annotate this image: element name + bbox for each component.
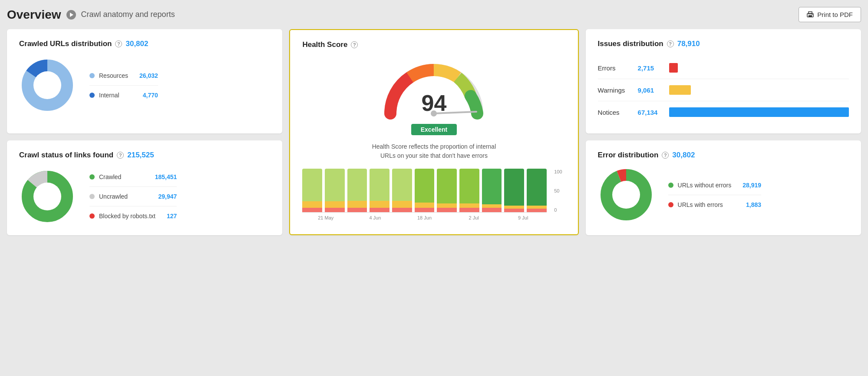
health-score-help-icon[interactable]: ?	[351, 41, 358, 48]
error-dist-legend: URLs without errors 28,919 URLs with err…	[668, 182, 762, 208]
legend-crawled: Crawled 185,451	[89, 173, 177, 180]
with-errors-dot	[668, 202, 673, 207]
bar-label-jul9: 9 Jul	[500, 215, 547, 220]
bar-col-9	[482, 169, 502, 212]
y-tick-0: 0	[554, 207, 562, 213]
legend-uncrawled: Uncrawled 29,947	[89, 193, 177, 200]
bar-col-4	[370, 169, 389, 212]
crawl-status-count: 215,525	[127, 151, 154, 160]
bar-col-3	[347, 169, 367, 212]
bar-col-7	[437, 169, 457, 212]
crawl-status-help-icon[interactable]: ?	[117, 152, 124, 159]
uncrawled-label: Uncrawled	[99, 193, 147, 200]
crawl-status-card: Crawl status of links found ? 215,525	[7, 140, 282, 235]
crawl-status-donut-section: Crawled 185,451 Uncrawled 29,947 Blocked…	[19, 168, 270, 225]
warnings-value: 9,061	[638, 87, 664, 94]
blocked-value: 127	[167, 213, 177, 220]
errors-label: Errors	[598, 64, 633, 72]
errors-bar	[669, 63, 678, 73]
crawled-label: Crawled	[99, 173, 144, 180]
warnings-bar-wrap	[669, 85, 849, 95]
errors-bar-wrap	[669, 63, 849, 73]
legend-divider-4	[668, 195, 762, 195]
print-button[interactable]: Print to PDF	[799, 7, 861, 22]
bar-label-may21: 21 May	[302, 215, 349, 220]
bar-label-jun4: 4 Jun	[352, 215, 399, 220]
warnings-bar	[669, 85, 691, 95]
crawled-urls-count: 30,802	[125, 40, 148, 48]
header-left: Overview Crawl anatomy and reports	[7, 8, 175, 22]
issues-count: 78,910	[677, 40, 700, 48]
bar-chart-container: 100 50 0 21 May 4 Jun 18 Jun 2 Jul 9 Jul	[302, 169, 565, 220]
blocked-label: Blocked by robots.txt	[99, 213, 155, 220]
bar-chart-inner: 100 50 0	[302, 169, 546, 213]
bar-labels: 21 May 4 Jun 18 Jun 2 Jul 9 Jul	[302, 215, 546, 220]
issues-card: Issues distribution ? 78,910 Errors 2,71…	[586, 29, 861, 133]
legend-item-resources: Resources 26,032	[89, 72, 158, 79]
bar-col-10	[504, 169, 524, 212]
dashboard-grid: Crawled URLs distribution ? 30,802 Resou…	[7, 29, 861, 235]
y-tick-50: 50	[554, 188, 562, 193]
health-score-title: Health Score ?	[302, 40, 565, 49]
crawled-urls-help-icon[interactable]: ?	[115, 40, 122, 47]
issues-help-icon[interactable]: ?	[667, 40, 674, 47]
crawl-status-donut	[19, 168, 76, 225]
svg-point-6	[33, 71, 61, 99]
svg-rect-2	[809, 12, 812, 14]
crawled-dot	[89, 174, 95, 180]
legend-item-internal: Internal 4,770	[89, 92, 158, 99]
issue-row-notices: Notices 67,134	[598, 101, 849, 123]
resources-label: Resources	[99, 72, 128, 79]
svg-rect-1	[809, 15, 812, 17]
bar-col-5	[392, 169, 412, 212]
page-header: Overview Crawl anatomy and reports Print…	[7, 7, 861, 22]
warnings-label: Warnings	[598, 87, 633, 94]
crawl-status-legend: Crawled 185,451 Uncrawled 29,947 Blocked…	[89, 173, 177, 220]
bar-col-2	[325, 169, 345, 212]
issues-title: Issues distribution ? 78,910	[598, 40, 849, 48]
issues-rows: Errors 2,715 Warnings 9,061 Notices 67,1…	[598, 57, 849, 123]
bar-col-11	[527, 169, 547, 212]
svg-point-15	[612, 181, 640, 209]
error-dist-section: URLs without errors 28,919 URLs with err…	[598, 166, 849, 223]
page-title: Overview	[7, 8, 61, 22]
crawled-urls-legend: Resources 26,032 Internal 4,770	[89, 72, 158, 99]
internal-value: 4,770	[143, 92, 158, 99]
notices-bar-wrap	[669, 107, 849, 117]
issue-row-warnings: Warnings 9,061	[598, 79, 849, 101]
health-score-card: Health Score ?	[289, 29, 578, 235]
uncrawled-dot	[89, 194, 95, 199]
crawled-urls-donut-section: Resources 26,032 Internal 4,770	[19, 57, 270, 113]
error-dist-count: 30,802	[672, 151, 695, 160]
notices-value: 67,134	[638, 109, 664, 116]
bar-label-jun18: 18 Jun	[401, 215, 448, 220]
no-errors-value: 28,919	[743, 182, 761, 189]
breadcrumb: Crawl anatomy and reports	[81, 10, 175, 19]
crawled-urls-donut	[19, 57, 76, 113]
crawled-urls-card: Crawled URLs distribution ? 30,802 Resou…	[7, 29, 282, 133]
health-score-center: 94 Excellent Health Score reflects the p…	[302, 49, 565, 160]
gauge: 94	[377, 53, 490, 122]
legend-divider-2	[89, 186, 177, 187]
excellent-badge: Excellent	[411, 124, 457, 135]
print-label: Print to PDF	[817, 11, 853, 18]
error-dist-help-icon[interactable]: ?	[662, 152, 669, 159]
crawled-urls-title: Crawled URLs distribution ? 30,802	[19, 40, 270, 48]
breadcrumb-separator	[66, 10, 76, 20]
error-dist-title: Error distribution ? 30,802	[598, 151, 849, 160]
print-icon	[807, 11, 814, 18]
with-errors-label: URLs with errors	[678, 201, 735, 208]
svg-point-12	[33, 183, 61, 210]
crawl-status-title: Crawl status of links found ? 215,525	[19, 151, 270, 160]
health-score-description: Health Score reflects the proportion of …	[364, 142, 503, 160]
internal-dot	[89, 93, 95, 98]
crawled-value: 185,451	[155, 173, 177, 180]
error-dist-donut	[598, 166, 654, 223]
health-score-number: 94	[422, 92, 447, 114]
no-errors-dot	[668, 183, 673, 188]
blocked-dot	[89, 213, 95, 219]
internal-label: Internal	[99, 92, 132, 99]
legend-divider-1	[89, 85, 158, 86]
legend-divider-3	[89, 206, 177, 206]
legend-blocked: Blocked by robots.txt 127	[89, 213, 177, 220]
